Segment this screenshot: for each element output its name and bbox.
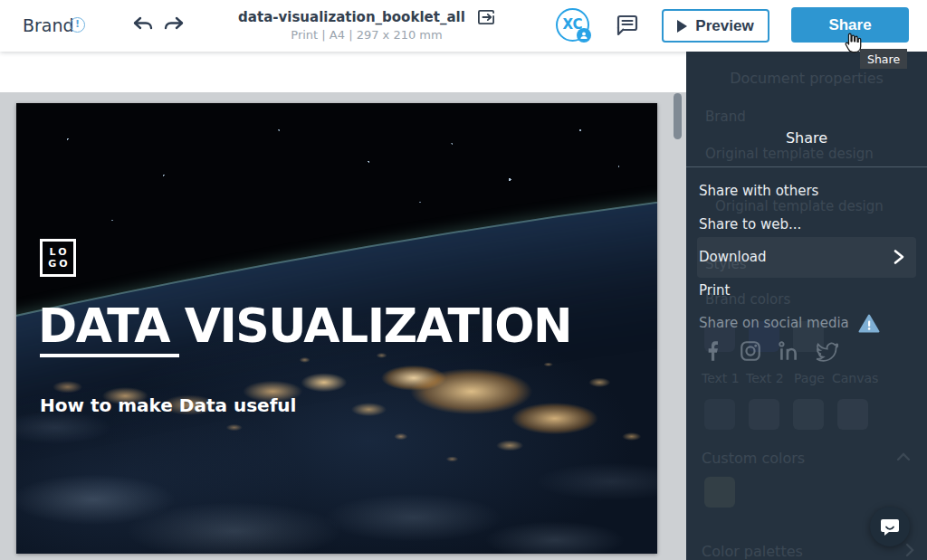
brand-menu[interactable]: Brand <box>23 15 74 35</box>
undo-icon <box>131 14 155 36</box>
share-social-label: Share on social media <box>699 315 849 331</box>
facebook-icon[interactable] <box>701 339 724 363</box>
menu-item-download[interactable]: Download <box>686 241 927 273</box>
redo-icon <box>162 14 186 36</box>
template-name-dimmed: Original template design <box>705 146 874 162</box>
menu-item-print[interactable]: Print <box>686 274 927 307</box>
logo-line1: LO <box>47 246 70 258</box>
style-color-swatch <box>793 399 824 430</box>
play-icon <box>677 20 687 33</box>
logo-placeholder[interactable]: LO GO <box>40 239 76 277</box>
style-color-swatch <box>704 399 735 430</box>
preview-button[interactable]: Preview <box>662 9 769 43</box>
document-title-block: data-visualization_booklet_all Print | A… <box>217 7 516 42</box>
menu-item-share-to-web[interactable]: Share to web... <box>686 208 927 241</box>
submenu-chevron-right-icon <box>893 249 905 265</box>
design-subtitle-text[interactable]: How to make Data useful <box>40 394 296 416</box>
chevron-right-icon <box>905 543 914 557</box>
instagram-icon[interactable] <box>739 339 762 363</box>
design-canvas-page[interactable]: LO GO DATA VISUALIZATION How to make Dat… <box>16 103 657 554</box>
brand-section-label-dimmed: Brand <box>705 109 746 125</box>
app-window: LO GO DATA VISUALIZATION How to make Dat… <box>0 0 927 560</box>
title-underline <box>40 354 179 357</box>
swatch-label-text2-dimmed: Text 2 <box>746 371 784 385</box>
document-title[interactable]: data-visualization_booklet_all <box>238 9 465 25</box>
design-title-text[interactable]: DATA VISUALIZATION <box>38 299 654 353</box>
undo-button[interactable] <box>131 14 155 36</box>
swatch-label-page-dimmed: Page <box>794 371 825 385</box>
top-toolbar: Brand ! data-visualization_booklet_all <box>0 0 927 52</box>
share-button[interactable]: Share <box>791 7 909 43</box>
user-badge-icon <box>577 28 591 43</box>
custom-color-swatch <box>704 477 735 508</box>
share-menu-title: Share <box>686 129 927 147</box>
comment-bubble-icon <box>613 12 640 39</box>
preview-label: Preview <box>695 17 753 35</box>
user-avatar[interactable]: XC <box>556 8 589 42</box>
move-to-folder-icon[interactable] <box>477 9 495 25</box>
linkedin-icon[interactable] <box>777 339 800 363</box>
comments-button[interactable] <box>613 12 640 39</box>
style-color-swatch <box>837 399 868 430</box>
social-icons-row <box>701 339 838 363</box>
logo-line2: GO <box>45 258 70 270</box>
style-color-swatch <box>749 399 779 430</box>
share-tooltip: Share <box>860 49 907 69</box>
document-format-info: Print | A4 | 297 x 210 mm <box>217 28 516 42</box>
chat-smile-icon <box>879 516 901 537</box>
menu-divider <box>686 166 927 167</box>
twitter-icon[interactable] <box>815 339 838 363</box>
swatch-label-canvas-dimmed: Canvas <box>832 371 878 385</box>
redo-button[interactable] <box>162 14 186 36</box>
menu-item-share-social: Share on social media <box>686 307 927 339</box>
swatch-label-text1-dimmed: Text 1 <box>702 371 740 385</box>
help-chat-button[interactable] <box>870 507 910 546</box>
share-panel: Document properties Brand Original templ… <box>686 52 927 560</box>
warning-icon[interactable] <box>858 314 880 333</box>
document-properties-title-dimmed: Document properties <box>686 70 927 87</box>
vertical-scrollbar-thumb[interactable] <box>674 93 682 139</box>
brand-info-icon[interactable]: ! <box>70 17 85 33</box>
menu-item-share-with-others[interactable]: Share with others <box>686 175 927 207</box>
color-palettes-label-dimmed: Color palettes <box>702 543 803 560</box>
custom-colors-label-dimmed: Custom colors <box>702 450 805 467</box>
chevron-up-icon <box>896 452 911 461</box>
